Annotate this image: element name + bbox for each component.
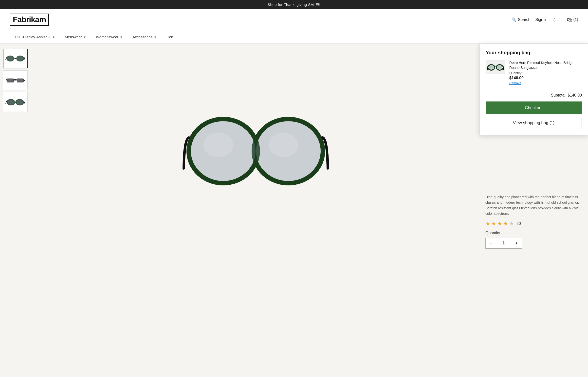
svg-point-26	[269, 133, 298, 157]
bag-item-info: Retro Horn Rimmed Keyhole Nose Bridge Ro…	[509, 60, 582, 85]
svg-line-10	[6, 79, 7, 81]
product-image-area	[32, 44, 479, 254]
header: Fabrikam 🔍 Search Sign in ♡ 🛍 (1)	[0, 9, 588, 30]
bag-item: Retro Horn Rimmed Keyhole Nose Bridge Ro…	[486, 60, 582, 85]
cart-icon: 🛍	[567, 17, 572, 23]
chevron-down-icon: ▼	[120, 36, 123, 39]
svg-point-25	[203, 133, 233, 157]
quantity-label: Quantity	[485, 231, 582, 235]
svg-point-31	[489, 65, 494, 69]
svg-rect-9	[14, 79, 17, 80]
svg-line-3	[6, 57, 6, 60]
product-description: High-quality and pioneered with the perf…	[485, 194, 582, 217]
bag-item-price: $140.00	[509, 76, 582, 80]
search-icon: 🔍	[512, 17, 516, 22]
quantity-value: 1	[496, 238, 511, 249]
star-3: ★	[497, 220, 502, 227]
nav-item-con[interactable]: Con	[162, 30, 178, 43]
star-1: ★	[485, 220, 490, 227]
bag-item-image	[486, 60, 505, 74]
search-button[interactable]: 🔍 Search	[512, 17, 531, 22]
top-banner: Shop for Thanksgiving SALE!!	[0, 0, 588, 9]
nav-item-accessories[interactable]: Accessories ▼	[128, 30, 162, 43]
thumbnail-2[interactable]	[3, 70, 28, 90]
chevron-down-icon: ▼	[154, 36, 157, 39]
star-4: ★	[503, 220, 508, 227]
bag-subtotal: Subtotal: $140.00	[486, 93, 582, 98]
svg-rect-2	[14, 58, 16, 59]
svg-rect-13	[17, 79, 23, 82]
review-count: 20	[516, 221, 521, 226]
product-info-panel: High-quality and pioneered with the perf…	[479, 189, 588, 254]
product-rating: ★ ★ ★ ★ ★ 20	[485, 220, 582, 227]
thumbnail-sidebar	[0, 44, 32, 254]
nav-label-e2e: E2E-Display-Ashish-1	[15, 35, 51, 39]
svg-line-17	[6, 101, 7, 104]
svg-rect-12	[7, 79, 13, 82]
nav-item-womenswear[interactable]: Womenswear ▼	[91, 30, 128, 43]
quantity-increase-button[interactable]: +	[511, 238, 522, 249]
thumbnail-3[interactable]	[3, 92, 28, 112]
quantity-controls: − 1 +	[485, 238, 582, 249]
logo[interactable]: Fabrikam	[10, 14, 49, 26]
svg-line-30	[503, 66, 504, 70]
search-label: Search	[518, 18, 531, 22]
shopping-bag-dropdown: Your shopping bag Retro Horn Rimmed Keyh…	[479, 44, 588, 135]
bag-divider	[486, 89, 582, 89]
svg-point-19	[8, 100, 14, 105]
nav-label-con: Con	[166, 35, 173, 39]
svg-point-32	[497, 65, 502, 69]
svg-rect-16	[15, 101, 16, 103]
product-image	[182, 92, 330, 205]
chevron-down-icon: ▼	[52, 36, 55, 39]
chevron-down-icon: ▼	[83, 36, 86, 39]
svg-point-20	[17, 100, 23, 105]
star-2: ★	[491, 220, 496, 227]
svg-point-6	[17, 56, 23, 61]
bag-item-name: Retro Horn Rimmed Keyhole Nose Bridge Ro…	[509, 60, 582, 70]
quantity-decrease-button[interactable]: −	[485, 238, 496, 249]
svg-line-18	[24, 101, 25, 104]
banner-text: Shop for Thanksgiving SALE!!	[268, 2, 320, 7]
wishlist-button[interactable]: ♡	[552, 17, 557, 23]
main-nav: E2E-Display-Ashish-1 ▼ Menswear ▼ Womens…	[0, 30, 588, 44]
checkout-button[interactable]: Checkout	[486, 101, 582, 114]
view-bag-button[interactable]: View shopping bag (1)	[486, 117, 582, 129]
star-5: ★	[509, 220, 514, 227]
nav-item-e2e[interactable]: E2E-Display-Ashish-1 ▼	[10, 30, 60, 43]
bag-title: Your shopping bag	[486, 50, 582, 56]
nav-label-menswear: Menswear	[65, 35, 82, 39]
nav-label-accessories: Accessories	[132, 35, 152, 39]
main-content: Your shopping bag Retro Horn Rimmed Keyh…	[0, 44, 588, 254]
svg-line-11	[24, 79, 25, 81]
nav-item-menswear[interactable]: Menswear ▼	[60, 30, 91, 43]
header-right: 🔍 Search Sign in ♡ 🛍 (1)	[512, 17, 578, 23]
svg-line-29	[487, 66, 488, 70]
signin-button[interactable]: Sign in	[535, 18, 548, 22]
thumbnail-1[interactable]	[3, 49, 28, 68]
cart-count: (1)	[573, 18, 578, 22]
bag-item-quantity: Quantity:1	[509, 71, 582, 75]
svg-line-4	[24, 57, 25, 60]
right-panel: Your shopping bag Retro Horn Rimmed Keyh…	[479, 44, 588, 254]
svg-point-5	[7, 56, 14, 61]
cart-button[interactable]: 🛍 (1)	[567, 17, 578, 23]
nav-label-womenswear: Womenswear	[96, 35, 118, 39]
remove-item-button[interactable]: Remove	[509, 81, 582, 85]
header-divider	[562, 17, 562, 23]
